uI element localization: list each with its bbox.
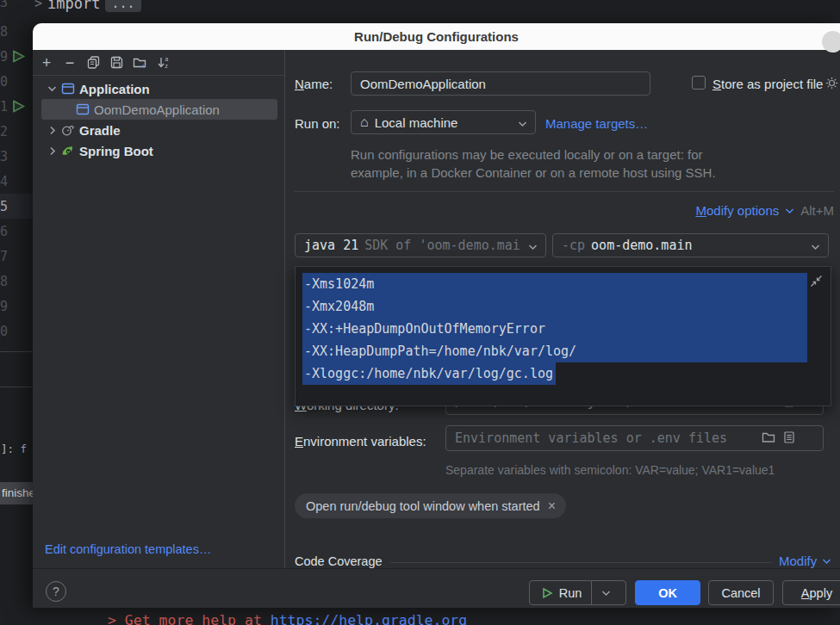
gutter-row: 3 [0,144,33,169]
chevron-right-icon[interactable] [49,146,56,156]
tree-item-label: Spring Boot [79,144,153,158]
environment-variables-hint: Separate variables with semicolon: VAR=v… [445,463,775,477]
chevron-down-icon[interactable] [785,207,794,214]
tree-toolbar: + − + az [33,50,284,76]
tree-item-gradle[interactable]: Gradle [49,120,121,140]
cancel-button[interactable]: Cancel [708,580,774,605]
modify-options-link[interactable]: Modify options [696,203,780,218]
add-configuration-icon[interactable]: + [40,56,53,70]
help-icon: ? [53,585,59,598]
ok-button[interactable]: OK [635,580,700,605]
gutter-line-number: 5 [0,199,10,214]
terminal-link[interactable]: https://help.gradle.org [271,612,467,625]
chevron-down-icon [518,121,527,127]
vm-option-line: -Xms1024m [302,273,807,295]
panel-divider [0,351,33,352]
screen: > import ... 3 8 9 0 1 2 3 4 5 6 7 8 9 0… [0,0,840,625]
run-on-help-text: Run configurations may be executed local… [351,145,734,182]
spring-boot-icon [60,144,75,158]
run-tool-window-tab[interactable]: finishe [0,482,33,504]
code-keyword: import [47,0,100,12]
remove-configuration-icon[interactable]: − [63,56,77,70]
code-coverage-section-label: Code Coverage [295,554,383,568]
svg-text:z: z [165,63,167,69]
manage-targets-link[interactable]: Manage targets… [545,116,648,131]
fold-arrow-icon[interactable]: > [34,0,42,11]
save-configuration-icon[interactable] [109,56,123,70]
classpath-select[interactable]: -cp oom-demo.main [552,233,829,257]
before-launch-chip[interactable]: Open run/debug tool window when started … [295,493,566,518]
apply-button[interactable]: Apply [782,580,840,605]
store-as-project-file-checkbox[interactable] [692,76,706,90]
svg-text:a: a [165,56,168,62]
edit-variables-icon[interactable] [784,431,794,443]
vm-options-editor-popup[interactable]: -Xms1024m -Xmx2048m -XX:+HeapDumpOnOutOf… [295,266,831,406]
run-on-select[interactable]: ⌂ Local machine [351,110,536,134]
run-on-value: Local machine [375,115,458,130]
new-folder-icon[interactable]: + [133,56,146,70]
gutter-row: 0 [0,319,33,343]
browse-folder-icon[interactable] [762,431,775,443]
close-icon[interactable]: × [548,498,556,514]
gear-icon[interactable] [825,77,838,90]
code-coverage-divider [390,562,772,563]
gutter-line-number: 3 [0,149,10,164]
tree-item-application[interactable]: Application [47,78,150,99]
gutter-line-number: 9 [0,299,10,314]
chevron-down-icon[interactable] [47,85,57,92]
folded-code-badge[interactable]: ... [105,0,140,12]
chevron-down-icon[interactable] [601,590,611,597]
gutter-row: 0 [0,69,33,94]
editor-gutter: 8 9 0 1 2 3 4 5 6 7 8 9 0 [0,19,33,343]
gutter-line-number: 7 [0,249,10,264]
modify-options-shortcut: Alt+M [800,203,834,218]
gutter-line-number: 9 [0,49,10,65]
jre-value: java 21 [304,238,358,253]
run-button-label: Run [559,586,582,600]
run-gutter-icon[interactable] [11,99,26,114]
apply-button-label: Apply [801,586,832,600]
chip-label: Open run/debug tool window when started [306,499,540,513]
chevron-right-icon[interactable] [49,126,56,135]
gutter-line-number: 2 [0,124,10,139]
run-on-label: Run on: [295,116,340,131]
copy-configuration-icon[interactable] [86,56,100,70]
vm-option-line: -XX:HeapDumpPath=/home/nbk/var/log/ [302,340,807,362]
dialog-body: + − + az [33,50,840,568]
run-debug-configurations-dialog: Run/Debug Configurations + − + [33,23,840,608]
vm-option-line: -Xmx2048m [302,295,807,318]
gutter-row: 9 [0,294,33,319]
editor-code-line: > import ... [34,0,141,13]
gutter-row: 2 [0,119,33,144]
chevron-down-icon[interactable] [822,558,831,565]
run-gutter-icon[interactable] [11,49,26,64]
chevron-down-icon [811,244,820,251]
jre-hint: SDK of 'oom-demo.mai [364,238,520,253]
titlebar-button[interactable] [822,31,840,53]
name-input[interactable] [351,71,650,96]
tree-item-label: OomDemoApplication [94,102,220,117]
configurations-tree-panel: + − + az [33,50,284,568]
vm-option-line: -Xloggc:/home/nbk/var/log/gc.log [302,362,807,385]
classpath-prefix: -cp [562,238,585,253]
vm-option-line: -XX:+HeapDumpOnOutOfMemoryError [302,318,807,340]
help-button[interactable]: ? [46,581,66,602]
gutter-line-number: 8 [0,24,10,40]
modify-link[interactable]: Modify [779,554,817,568]
run-button-splitter [591,581,592,604]
gutter-row: 8 [0,269,33,294]
home-icon: ⌂ [360,114,369,130]
environment-variables-label: Environment variables: [295,434,426,449]
cancel-button-label: Cancel [721,586,760,600]
tree-item-oomdemoapplication[interactable]: OomDemoApplication [76,99,220,120]
svg-text:+: + [141,62,146,70]
edit-configuration-templates-link[interactable]: Edit configuration templates… [45,542,211,556]
sort-configurations-icon[interactable]: az [156,56,170,70]
dialog-titlebar[interactable]: Run/Debug Configurations [33,23,840,50]
jre-select[interactable]: java 21 SDK of 'oom-demo.mai [295,233,546,257]
gutter-row-current-line: 5 [0,194,33,219]
tree-item-label: Application [79,82,150,96]
tree-item-spring-boot[interactable]: Spring Boot [49,140,153,161]
run-button[interactable]: Run [529,580,626,605]
collapse-expand-icon[interactable] [810,275,823,288]
